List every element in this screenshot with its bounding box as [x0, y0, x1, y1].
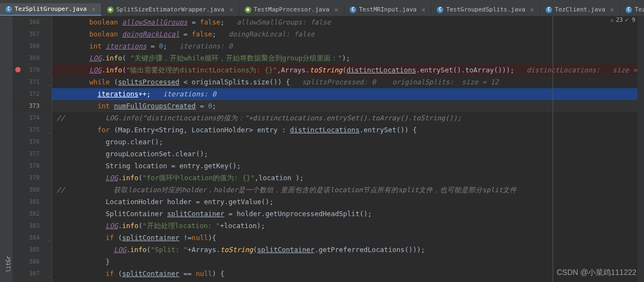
- editor-tabs: CTezSplitGrouper.java× ●SplitSizeEstimat…: [0, 3, 644, 16]
- tab-2[interactable]: ●TestMapProcessor.java×: [239, 3, 344, 16]
- gutter-line-372[interactable]: 372: [13, 88, 52, 100]
- class-icon: C: [350, 7, 356, 13]
- line-gutter[interactable]: 366367368369370−371−372373374375−3763773…: [13, 16, 52, 282]
- tab-label: TestGroupedSplits.java: [446, 6, 525, 13]
- line-383[interactable]: LOG.info("开始处理location: "+location);: [52, 220, 644, 232]
- gutter-line-366[interactable]: 366: [13, 16, 52, 28]
- close-icon[interactable]: ×: [530, 6, 534, 14]
- typo-count: ✓ 9: [625, 16, 635, 23]
- line-380[interactable]: // 获取location对应的holder，holder是一个数组，里面包含的…: [52, 184, 644, 196]
- line-384[interactable]: if (splitContainer !=null){: [52, 232, 644, 244]
- line-373[interactable]: int numFullGroupsCreated = 0;: [52, 100, 644, 112]
- gutter-line-375[interactable]: 375−: [13, 124, 52, 136]
- gutter-line-388[interactable]: 388: [13, 280, 52, 282]
- line-388[interactable]: // all splits on node processed: [52, 280, 644, 282]
- gutter-line-378[interactable]: 378: [13, 160, 52, 172]
- line-382[interactable]: SplitContainer splitContainer = holder.g…: [52, 208, 644, 220]
- line-368[interactable]: int iterations = 0; iterations: 0: [52, 40, 644, 52]
- tab-6[interactable]: CTezMapredSplitsGroupe: [620, 3, 644, 16]
- line-378[interactable]: String location = entry.getKey();: [52, 160, 644, 172]
- line-369[interactable]: LOG.info( "关键步骤，开始while循环，开始将数据聚合到group分…: [52, 52, 644, 64]
- file-icon: ●: [107, 7, 114, 13]
- gutter-line-385[interactable]: 385: [13, 244, 52, 256]
- inspection-badges[interactable]: ⚠ 23 ✓ 9: [610, 16, 635, 23]
- close-icon[interactable]: ×: [229, 6, 233, 14]
- gutter-line-381[interactable]: 381: [13, 196, 52, 208]
- left-tool-strip[interactable]: litGr: [0, 16, 13, 282]
- line-385[interactable]: LOG.info("Split: "+Arrays.toString(split…: [52, 244, 644, 256]
- main-area: litGr 366367368369370−371−372373374375−3…: [0, 16, 644, 282]
- line-377[interactable]: groupLocationSet.clear();: [52, 148, 644, 160]
- class-icon: C: [437, 7, 443, 13]
- gutter-line-379[interactable]: 379: [13, 172, 52, 184]
- gutter-line-367[interactable]: 367: [13, 28, 52, 40]
- line-379[interactable]: LOG.info("for循环中location的值为: {}",locatio…: [52, 172, 644, 184]
- close-icon[interactable]: ×: [335, 6, 338, 14]
- warning-icon: ⚠: [610, 16, 614, 23]
- class-icon: C: [5, 6, 12, 13]
- fold-icon[interactable]: −: [45, 235, 50, 240]
- class-icon: C: [626, 7, 632, 13]
- tab-1[interactable]: ●SplitSizeEstimatorWrapper.java×: [102, 3, 239, 16]
- fold-icon[interactable]: −: [45, 271, 50, 276]
- line-376[interactable]: group.clear();: [52, 136, 644, 148]
- line-375[interactable]: for (Map.Entry<String, LocationHolder> e…: [52, 124, 644, 136]
- tab-label: TestMRInput.java: [359, 6, 417, 13]
- gutter-line-382[interactable]: 382: [13, 208, 52, 220]
- warning-count: 23: [616, 16, 623, 23]
- gutter-line-369[interactable]: 369: [13, 52, 52, 64]
- tab-5[interactable]: CTezClient.java×: [540, 3, 620, 16]
- tab-label: TezClient.java: [555, 6, 605, 13]
- gutter-line-380[interactable]: 380: [13, 184, 52, 196]
- class-icon: C: [546, 7, 552, 13]
- line-381[interactable]: LocationHolder holder = entry.getValue()…: [52, 196, 644, 208]
- line-372[interactable]: iterations++; iterations: 0: [52, 88, 644, 100]
- fold-icon[interactable]: −: [45, 127, 50, 132]
- gutter-line-373[interactable]: 373: [13, 100, 52, 112]
- line-370[interactable]: LOG.info("输出需要处理的distinctLocations为: {}"…: [52, 64, 644, 76]
- gutter-line-387[interactable]: 387−: [13, 268, 52, 280]
- gutter-line-368[interactable]: 368: [13, 40, 52, 52]
- breakpoint-icon[interactable]: [15, 67, 21, 72]
- tool-label[interactable]: litGr: [5, 20, 11, 272]
- tab-0[interactable]: CTezSplitGrouper.java×: [0, 3, 102, 16]
- gutter-line-370[interactable]: 370−: [13, 64, 52, 76]
- fold-icon[interactable]: −: [45, 79, 50, 84]
- right-gutter[interactable]: [637, 16, 644, 282]
- tab-label: TestMapProcessor.java: [254, 6, 330, 13]
- tab-label: TezMapredSplitsGroupe: [635, 6, 644, 13]
- close-icon[interactable]: ×: [422, 6, 425, 14]
- gutter-line-377[interactable]: 377: [13, 148, 52, 160]
- fold-icon[interactable]: −: [45, 68, 50, 72]
- close-icon[interactable]: ×: [91, 5, 95, 13]
- gutter-line-376[interactable]: 376: [13, 136, 52, 148]
- watermark: CSDN @小菜鸡111222: [557, 268, 637, 278]
- gutter-line-371[interactable]: 371−: [13, 76, 52, 88]
- tab-label: SplitSizeEstimatorWrapper.java: [116, 6, 225, 13]
- line-366[interactable]: boolean allowSmallGroups = false; allowS…: [52, 16, 644, 28]
- gutter-line-384[interactable]: 384−: [13, 232, 52, 244]
- tab-label: TezSplitGrouper.java: [15, 5, 86, 13]
- editor[interactable]: boolean allowSmallGroups = false; allowS…: [52, 16, 644, 282]
- line-387[interactable]: if (splitContainer == null) {: [52, 268, 644, 280]
- line-386[interactable]: }: [52, 256, 644, 268]
- gutter-line-383[interactable]: 383: [13, 220, 52, 232]
- line-367[interactable]: boolean doingRackLocal = false; doingRac…: [52, 28, 644, 40]
- file-icon: ●: [245, 7, 251, 13]
- line-371[interactable]: while (splitsProcessed < originalSplits.…: [52, 76, 644, 88]
- right-margin: [553, 16, 553, 282]
- line-374[interactable]: // LOG.info("distinctLocations的值为："+dist…: [52, 112, 644, 124]
- tab-3[interactable]: CTestMRInput.java×: [344, 3, 431, 16]
- tab-4[interactable]: CTestGroupedSplits.java×: [431, 3, 540, 16]
- gutter-line-374[interactable]: 374: [13, 112, 52, 124]
- close-icon[interactable]: ×: [610, 6, 614, 14]
- gutter-line-386[interactable]: 386: [13, 256, 52, 268]
